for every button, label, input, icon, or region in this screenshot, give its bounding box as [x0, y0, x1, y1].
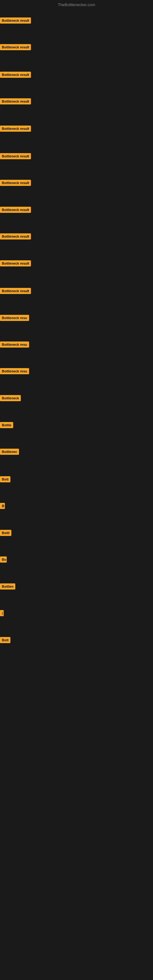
list-item: Bottleneck result — [0, 207, 31, 214]
list-item: Bo — [0, 557, 7, 564]
list-item: B — [0, 503, 5, 510]
bottleneck-result-badge[interactable]: Bottle — [0, 422, 13, 428]
bottleneck-result-badge[interactable]: Bottleneck — [0, 395, 21, 401]
bottleneck-result-badge[interactable]: | — [0, 610, 4, 616]
bottleneck-result-badge[interactable]: Bott — [0, 637, 10, 643]
bottleneck-result-badge[interactable]: Bottleneck result — [0, 18, 31, 24]
list-item: | — [0, 610, 4, 617]
list-item: Bottleneck result — [0, 233, 31, 241]
list-item: Bottleneck result — [0, 153, 31, 161]
bottleneck-result-badge[interactable]: Bottlen — [0, 584, 15, 590]
list-item: Bottleneck resu — [0, 368, 29, 375]
list-item: Bottleneck result — [0, 44, 31, 51]
bottleneck-result-badge[interactable]: Bo — [0, 557, 7, 563]
list-item: Bottleneck resu — [0, 342, 29, 349]
bottleneck-result-badge[interactable]: Bottleneck result — [0, 233, 31, 240]
list-item: Bottle — [0, 422, 13, 430]
bottleneck-result-badge[interactable]: Bottleneck result — [0, 72, 31, 78]
list-item: Bottleneck result — [0, 72, 31, 79]
bottleneck-result-badge[interactable]: Bottleneck result — [0, 44, 31, 50]
list-item: Bottleneck — [0, 395, 21, 402]
bottleneck-result-badge[interactable]: Bottleneck resu — [0, 368, 29, 374]
bottleneck-result-badge[interactable]: Bott — [0, 476, 10, 482]
list-item: Bottleneck result — [0, 180, 31, 187]
bottleneck-result-badge[interactable]: Bottleneck result — [0, 260, 31, 266]
site-title: TheBottlenecker.com — [58, 2, 95, 7]
bottleneck-result-badge[interactable]: Bottlenec — [0, 449, 19, 455]
bottleneck-result-badge[interactable]: Bottleneck result — [0, 153, 31, 159]
bottleneck-result-badge[interactable]: Bottleneck result — [0, 207, 31, 213]
list-item: Bottlen — [0, 584, 15, 591]
list-item: Bottleneck resu — [0, 315, 29, 322]
list-item: Bott — [0, 476, 10, 484]
bottleneck-result-badge[interactable]: Bottleneck result — [0, 98, 31, 105]
list-item: Bottleneck result — [0, 98, 31, 106]
bottleneck-result-badge[interactable]: B — [0, 503, 5, 509]
list-item: Bott — [0, 637, 10, 644]
list-item: Bottlenec — [0, 449, 19, 456]
list-item: Bottleneck result — [0, 260, 31, 268]
list-item: Bottleneck result — [0, 126, 31, 133]
bottleneck-result-badge[interactable]: Bottleneck resu — [0, 342, 29, 348]
bottleneck-result-badge[interactable]: Bottleneck result — [0, 288, 31, 294]
list-item: Bottleneck result — [0, 288, 31, 295]
list-item: Bottl — [0, 530, 11, 537]
bottleneck-result-badge[interactable]: Bottleneck resu — [0, 315, 29, 321]
bottleneck-result-badge[interactable]: Bottl — [0, 530, 11, 536]
bottleneck-result-badge[interactable]: Bottleneck result — [0, 126, 31, 132]
bottleneck-result-badge[interactable]: Bottleneck result — [0, 180, 31, 186]
list-item: Bottleneck result — [0, 18, 31, 25]
